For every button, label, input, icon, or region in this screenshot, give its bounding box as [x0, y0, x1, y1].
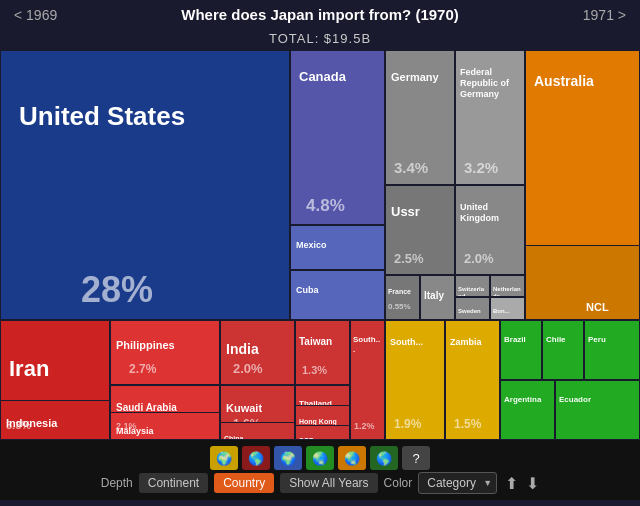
next-year-btn[interactable]: 1971 > — [583, 7, 626, 23]
color-select-wrap: Category — [418, 472, 497, 494]
cell-france[interactable]: France0.55% — [385, 275, 420, 320]
cell-label-cuba: Cuba — [296, 285, 319, 296]
cell-label-brazil: Brazil — [504, 335, 526, 345]
cell-pct-south-red: 1.2% — [354, 421, 375, 431]
cell-germany[interactable]: Germany3.4% — [385, 50, 455, 185]
cell-pct-zambia: 1.5% — [454, 417, 481, 431]
cell-mexico[interactable]: Mexico — [290, 225, 385, 270]
cell-label-taiwan: Taiwan — [299, 336, 332, 348]
cell-pct-us: 28% — [81, 269, 153, 311]
cell-pct-uk: 2.0% — [464, 251, 494, 266]
cell-zambia[interactable]: Zambia1.5% — [445, 320, 500, 440]
header: < 1969 Where does Japan import from? (19… — [0, 0, 640, 29]
cell-argentina[interactable]: Argentina — [500, 380, 555, 440]
cell-pct-india: 2.0% — [233, 361, 263, 376]
south-america-globe-icon[interactable]: 🌎 — [370, 446, 398, 470]
cell-label-ecuador: Ecuador — [559, 395, 591, 405]
chart-title: Where does Japan import from? (1970) — [181, 6, 459, 23]
cell-canada[interactable]: Canada4.8% — [290, 50, 385, 225]
cell-label-germany: Germany — [391, 71, 439, 84]
cell-label-australia: Australia — [534, 73, 594, 90]
cell-label-zambia: Zambia — [450, 337, 482, 348]
cell-sgp[interactable]: SGP — [295, 425, 350, 440]
cell-bon[interactable]: Bon... — [490, 297, 525, 320]
cell-ecuador[interactable]: Ecuador — [555, 380, 640, 440]
africa-globe-icon[interactable]: 🌍 — [210, 446, 238, 470]
color-select[interactable]: Category — [418, 472, 497, 494]
cell-south-yellow[interactable]: South...1.9% — [385, 320, 445, 440]
cell-label-bon: Bon... — [493, 308, 510, 315]
cell-label-china: China — [224, 435, 243, 440]
treemap: United States28%Canada4.8%MexicoCubaGerm… — [0, 50, 640, 440]
depth-label: Depth — [101, 476, 133, 490]
cell-label-sgp: SGP — [299, 437, 314, 440]
cell-india[interactable]: India2.0% — [220, 320, 295, 385]
cell-south-red[interactable]: South...1.2% — [350, 320, 385, 440]
cell-fed-rep[interactable]: Federal Republic of Germany3.2% — [455, 50, 525, 185]
continent-btn[interactable]: Continent — [139, 473, 208, 493]
cell-pct-philippines: 2.7% — [129, 362, 156, 376]
cell-peru[interactable]: Peru — [584, 320, 640, 380]
color-label: Color — [384, 476, 413, 490]
cell-pct-canada: 4.8% — [306, 196, 345, 216]
cell-label-switzerland: Switzerland — [458, 286, 487, 297]
cell-pct-france: 0.55% — [388, 302, 411, 311]
cell-label-netherlands: Netherlands — [493, 286, 522, 297]
cell-label-france: France — [388, 288, 411, 296]
cell-pct-south-yellow: 1.9% — [394, 417, 421, 431]
cell-label-canada: Canada — [299, 69, 346, 85]
cell-pct-indonesia: 3.3% — [6, 419, 31, 431]
cell-chile[interactable]: Chile — [542, 320, 584, 380]
cell-italy[interactable]: Italy — [420, 275, 455, 320]
country-btn[interactable]: Country — [214, 473, 274, 493]
show-all-years-btn[interactable]: Show All Years — [280, 473, 377, 493]
cell-label-iran: Iran — [9, 356, 49, 382]
cell-pct-germany: 3.4% — [394, 159, 428, 176]
footer: 🌍 🌎 🌍 🌏 🌏 🌎 ? Depth Continent Country Sh… — [0, 440, 640, 500]
cell-label-fed-rep: Federal Republic of Germany — [460, 67, 524, 99]
cell-pct-taiwan: 1.3% — [302, 364, 327, 376]
cell-ncl[interactable]: NCL — [525, 245, 640, 320]
cell-label-mexico: Mexico — [296, 240, 327, 251]
cell-label-south-yellow: South... — [390, 337, 423, 348]
cell-philippines[interactable]: Philippines2.7% — [110, 320, 220, 385]
cell-us[interactable]: United States28% — [0, 50, 290, 320]
cell-sweden[interactable]: Sweden — [455, 297, 490, 320]
oceania-globe-icon[interactable]: 🌏 — [338, 446, 366, 470]
cell-label-sweden: Sweden — [458, 308, 481, 315]
cell-pct-malaysia: 2.1% — [116, 421, 137, 431]
cell-taiwan[interactable]: Taiwan1.3% — [295, 320, 350, 385]
cell-label-ncl: NCL — [586, 301, 609, 314]
cell-label-us: United States — [19, 101, 185, 132]
americas-globe-icon[interactable]: 🌎 — [242, 446, 270, 470]
globe-icons-row: 🌍 🌎 🌍 🌏 🌏 🌎 ? — [210, 446, 430, 470]
cell-label-india: India — [226, 341, 259, 358]
cell-label-peru: Peru — [588, 335, 606, 345]
cell-label-south-red: South... — [353, 335, 382, 354]
cell-pct-ussr: 2.5% — [394, 251, 424, 266]
unknown-globe-icon[interactable]: ? — [402, 446, 430, 470]
cell-ussr[interactable]: Ussr2.5% — [385, 185, 455, 275]
cell-label-kuwait: Kuwait — [226, 402, 262, 415]
cell-label-philippines: Philippines — [116, 339, 175, 352]
cell-pct-fed-rep: 3.2% — [464, 159, 498, 176]
download-icon[interactable]: ⬇ — [526, 474, 539, 493]
cell-label-argentina: Argentina — [504, 395, 541, 405]
cell-label-italy: Italy — [424, 290, 444, 302]
cell-label-uk: United Kingdom — [460, 202, 524, 224]
cell-malaysia[interactable]: Malaysia2.1% — [110, 412, 220, 440]
prev-year-btn[interactable]: < 1969 — [14, 7, 57, 23]
cell-netherlands[interactable]: Netherlands — [490, 275, 525, 297]
cell-china[interactable]: China — [220, 422, 295, 440]
asia-globe-icon[interactable]: 🌏 — [306, 446, 334, 470]
total-label: TOTAL: $19.5B — [0, 29, 640, 50]
cell-uk[interactable]: United Kingdom2.0% — [455, 185, 525, 275]
cell-indonesia[interactable]: Indonesia3.3% — [0, 400, 110, 440]
share-icon[interactable]: ⬆ — [505, 474, 518, 493]
cell-label-chile: Chile — [546, 335, 566, 345]
controls-row: Depth Continent Country Show All Years C… — [101, 472, 540, 494]
cell-switzerland[interactable]: Switzerland — [455, 275, 490, 297]
cell-cuba[interactable]: Cuba — [290, 270, 385, 320]
cell-brazil[interactable]: Brazil — [500, 320, 542, 380]
europe-globe-icon[interactable]: 🌍 — [274, 446, 302, 470]
